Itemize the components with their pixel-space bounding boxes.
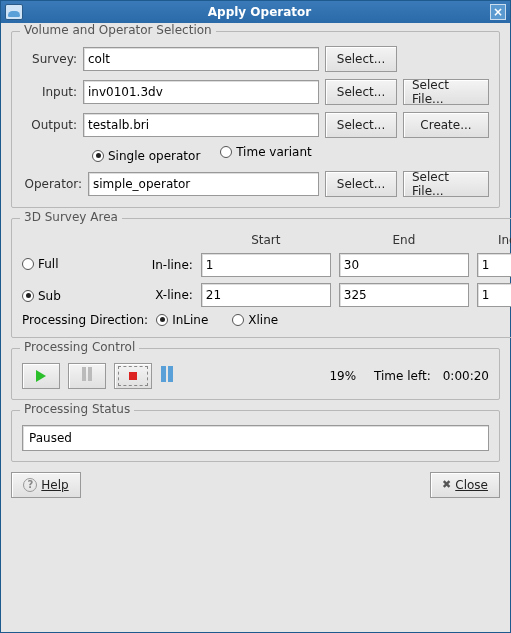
processing-control-section: Processing Control 19% Time left: 0:00:2… — [11, 348, 500, 400]
input-select-button[interactable]: Select... — [325, 79, 397, 105]
input-selectfile-button[interactable]: Select File... — [403, 79, 489, 105]
play-icon — [36, 370, 46, 382]
operator-select-button[interactable]: Select... — [325, 171, 397, 197]
timeleft-label: Time left: — [374, 369, 431, 383]
radio-icon — [232, 314, 244, 326]
mode-single-label: Single operator — [108, 149, 200, 163]
inline-inc-input[interactable] — [477, 253, 511, 277]
play-button[interactable] — [22, 363, 60, 389]
xline-start-input[interactable] — [201, 283, 331, 307]
radio-icon — [92, 150, 104, 162]
close-label: Close — [455, 478, 488, 492]
survey-select-button[interactable]: Select... — [325, 46, 397, 72]
procdir-label: Processing Direction: — [22, 313, 148, 327]
output-select-button[interactable]: Select... — [325, 112, 397, 138]
status-legend: Processing Status — [20, 402, 134, 416]
progress-bars — [160, 363, 174, 389]
radio-icon — [156, 314, 168, 326]
input-field[interactable] — [83, 80, 319, 104]
output-field[interactable] — [83, 113, 319, 137]
inc-header: Inc — [477, 233, 511, 247]
mode-timevariant-radio[interactable]: Time variant — [220, 145, 312, 159]
survey-label: Survey: — [22, 52, 77, 66]
mode-timevariant-label: Time variant — [236, 145, 312, 159]
progress-percent: 19% — [329, 369, 356, 383]
help-button[interactable]: ? Help — [11, 472, 81, 498]
window-close-button[interactable]: × — [490, 4, 506, 20]
status-text: Paused — [29, 431, 72, 445]
processing-status-section: Processing Status Paused — [11, 410, 500, 462]
app-window: Apply Operator × Volume and Operator Sel… — [0, 0, 511, 633]
area-sub-radio[interactable]: Sub — [22, 289, 61, 303]
control-legend: Processing Control — [20, 340, 139, 354]
operator-field[interactable] — [88, 172, 319, 196]
procdir-xline-radio[interactable]: Xline — [232, 313, 278, 327]
pause-button[interactable] — [68, 363, 106, 389]
radio-icon — [220, 146, 232, 158]
timeleft-value: 0:00:20 — [443, 369, 489, 383]
app-icon — [5, 4, 23, 20]
xline-label: X-line: — [143, 288, 193, 302]
stop-icon — [129, 372, 137, 380]
procdir-xline-label: Xline — [248, 313, 278, 327]
close-icon: ✖ — [442, 478, 451, 491]
procdir-inline-radio[interactable]: InLine — [156, 313, 208, 327]
output-create-button[interactable]: Create... — [403, 112, 489, 138]
area-sub-label: Sub — [38, 289, 61, 303]
stop-button[interactable] — [114, 363, 152, 389]
stop-frame-icon — [118, 366, 148, 386]
operator-selectfile-button[interactable]: Select File... — [403, 171, 489, 197]
volume-legend: Volume and Operator Selection — [20, 23, 216, 37]
area-full-radio[interactable]: Full — [22, 257, 61, 271]
volume-operator-section: Volume and Operator Selection Survey: Se… — [11, 31, 500, 208]
inline-label: In-line: — [143, 258, 193, 272]
close-x-icon: × — [493, 5, 503, 19]
radio-icon — [22, 290, 34, 302]
status-text-box: Paused — [22, 425, 489, 451]
start-header: Start — [201, 233, 331, 247]
progress-bars-icon — [160, 366, 174, 385]
inline-end-input[interactable] — [339, 253, 469, 277]
close-button[interactable]: ✖ Close — [430, 472, 500, 498]
survey-area-section: 3D Survey Area Full Sub Start End — [11, 218, 511, 338]
area-legend: 3D Survey Area — [20, 210, 122, 224]
output-label: Output: — [22, 118, 77, 132]
input-label: Input: — [22, 85, 77, 99]
inline-start-input[interactable] — [201, 253, 331, 277]
radio-icon — [22, 258, 34, 270]
mode-single-radio[interactable]: Single operator — [92, 149, 200, 163]
help-icon: ? — [23, 478, 37, 492]
survey-input[interactable] — [83, 47, 319, 71]
area-full-label: Full — [38, 257, 59, 271]
xline-end-input[interactable] — [339, 283, 469, 307]
help-label: Help — [41, 478, 68, 492]
operator-label: Operator: — [22, 177, 82, 191]
pause-icon — [81, 367, 93, 384]
window-title: Apply Operator — [29, 5, 490, 19]
content-area: Volume and Operator Selection Survey: Se… — [1, 23, 510, 508]
titlebar: Apply Operator × — [1, 1, 510, 23]
procdir-inline-label: InLine — [172, 313, 208, 327]
xline-inc-input[interactable] — [477, 283, 511, 307]
end-header: End — [339, 233, 469, 247]
